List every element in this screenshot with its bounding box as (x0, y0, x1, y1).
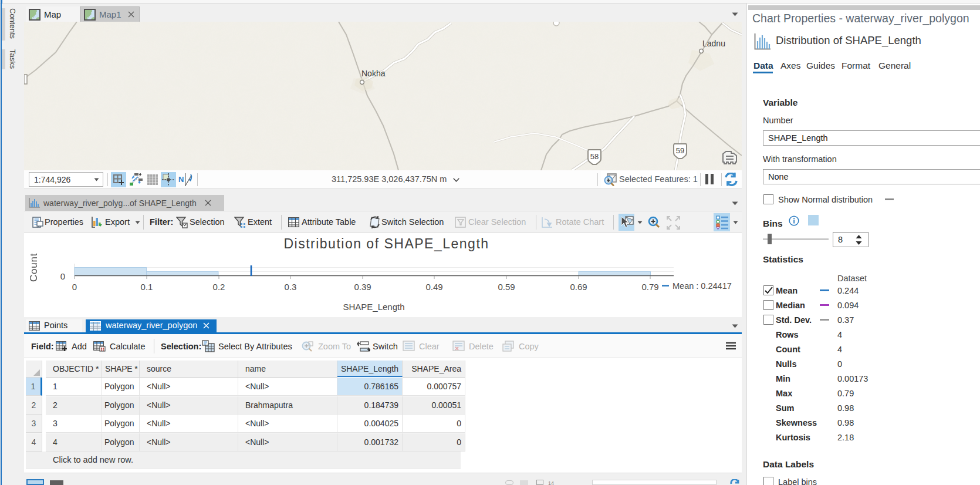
svg-text:58: 58 (590, 152, 599, 161)
svg-text:59: 59 (676, 146, 684, 155)
svg-text:N: N (178, 175, 184, 184)
